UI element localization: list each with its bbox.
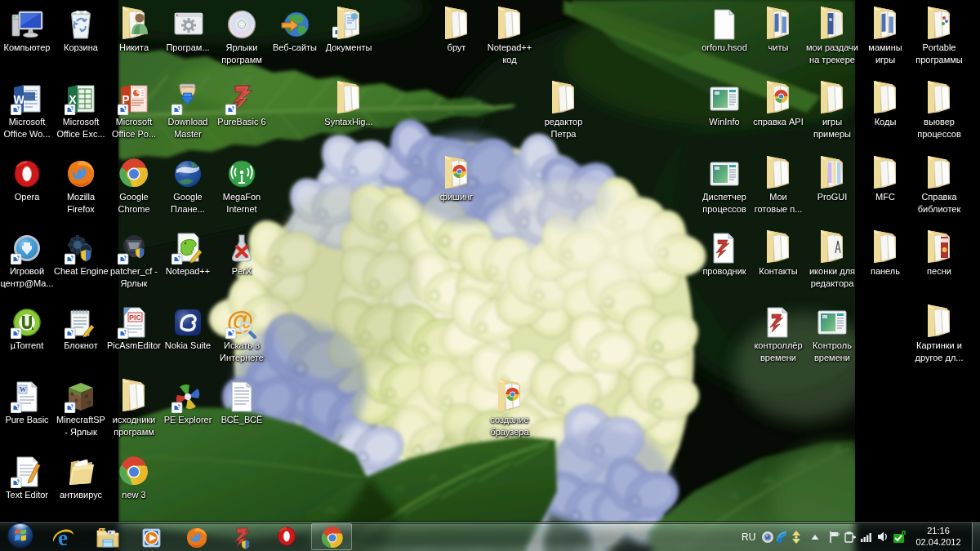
svg-text:X: X: [69, 93, 77, 106]
svg-text:W: W: [13, 93, 24, 106]
svg-text:PIC: PIC: [129, 313, 142, 322]
svg-text:W: W: [20, 386, 26, 393]
svg-text:P: P: [122, 93, 129, 106]
